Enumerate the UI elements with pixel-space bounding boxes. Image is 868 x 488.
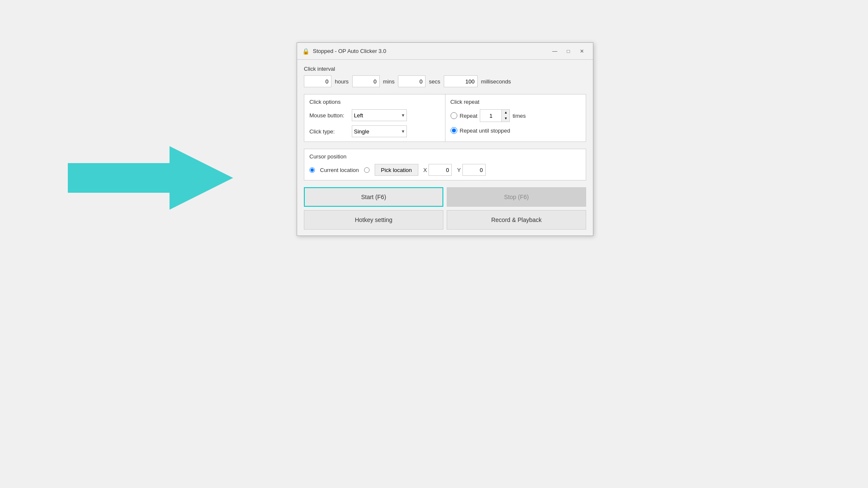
current-location-label: Current location — [320, 167, 359, 173]
click-type-select-wrapper: Single Double — [352, 125, 407, 137]
cursor-position-panel: Cursor position Current location Pick lo… — [304, 149, 586, 180]
app-icon: 🔒 — [302, 48, 309, 55]
maximize-button[interactable]: □ — [562, 46, 574, 56]
repeat-times-row: Repeat ▲ ▼ times — [451, 109, 581, 122]
x-input[interactable] — [428, 164, 452, 176]
start-button[interactable]: Start (F6) — [304, 187, 443, 207]
repeat-times-label: Repeat — [460, 113, 478, 119]
click-interval-label: Click interval — [304, 66, 586, 72]
ms-unit: milliseconds — [481, 78, 511, 85]
cursor-position-label: Cursor position — [309, 153, 581, 160]
options-repeat-area: Click options Mouse button: Left Middle … — [304, 94, 586, 142]
secs-unit: secs — [429, 78, 440, 85]
mouse-button-label: Mouse button: — [309, 112, 348, 119]
titlebar: 🔒 Stopped - OP Auto Clicker 3.0 — □ ✕ — [297, 43, 593, 60]
repeat-count-input[interactable] — [480, 110, 501, 122]
mouse-button-select[interactable]: Left Middle Right — [352, 109, 407, 121]
cursor-row: Current location Pick location X Y — [309, 164, 581, 176]
y-label: Y — [457, 167, 461, 173]
mins-unit: mins — [383, 78, 395, 85]
current-location-radio[interactable] — [309, 167, 315, 173]
hours-input[interactable] — [304, 75, 331, 87]
repeat-until-radio[interactable] — [451, 127, 457, 134]
pick-location-button[interactable]: Pick location — [375, 164, 418, 176]
spin-up-button[interactable]: ▲ — [502, 110, 509, 116]
y-coord-group: Y — [457, 164, 486, 176]
hours-unit: hours — [335, 78, 349, 85]
hotkey-setting-button[interactable]: Hotkey setting — [304, 210, 443, 230]
ms-input[interactable] — [444, 75, 478, 87]
click-repeat-label: Click repeat — [451, 99, 581, 105]
secs-input[interactable] — [398, 75, 426, 87]
pick-location-radio[interactable] — [364, 167, 370, 173]
x-label: X — [423, 167, 427, 173]
close-button[interactable]: ✕ — [576, 46, 588, 56]
times-label: times — [512, 113, 526, 119]
click-type-row: Click type: Single Double — [309, 125, 440, 137]
y-input[interactable] — [462, 164, 486, 176]
click-options-label: Click options — [309, 99, 440, 105]
click-type-select[interactable]: Single Double — [352, 125, 407, 137]
repeat-until-label: Repeat until stopped — [460, 128, 510, 134]
app-window: 🔒 Stopped - OP Auto Clicker 3.0 — □ ✕ Cl… — [297, 42, 593, 236]
mins-input[interactable] — [352, 75, 380, 87]
click-options-panel: Click options Mouse button: Left Middle … — [304, 94, 445, 142]
spin-buttons: ▲ ▼ — [501, 110, 509, 122]
window-content: Click interval hours mins secs milliseco… — [297, 60, 593, 236]
mouse-button-select-wrapper: Left Middle Right — [352, 109, 407, 121]
stop-button: Stop (F6) — [447, 187, 586, 207]
click-repeat-panel: Click repeat Repeat ▲ ▼ times — [445, 94, 587, 142]
x-coord-group: X — [423, 164, 452, 176]
svg-marker-0 — [68, 146, 233, 210]
repeat-times-radio[interactable] — [451, 112, 457, 119]
titlebar-left: 🔒 Stopped - OP Auto Clicker 3.0 — [302, 48, 386, 55]
click-type-label: Click type: — [309, 128, 348, 135]
click-interval-row: hours mins secs milliseconds — [304, 75, 586, 87]
record-playback-button[interactable]: Record & Playback — [447, 210, 586, 230]
arrow-icon — [68, 144, 233, 212]
window-title: Stopped - OP Auto Clicker 3.0 — [313, 48, 386, 54]
repeat-times-spinner: ▲ ▼ — [480, 109, 510, 122]
bottom-buttons-area: Start (F6) Stop (F6) Hotkey setting Reco… — [304, 187, 586, 230]
minimize-button[interactable]: — — [549, 46, 561, 56]
arrow-decoration — [68, 144, 233, 213]
spin-down-button[interactable]: ▼ — [502, 116, 509, 122]
repeat-until-row: Repeat until stopped — [451, 127, 581, 134]
window-controls: — □ ✕ — [549, 46, 588, 56]
mouse-button-row: Mouse button: Left Middle Right — [309, 109, 440, 121]
